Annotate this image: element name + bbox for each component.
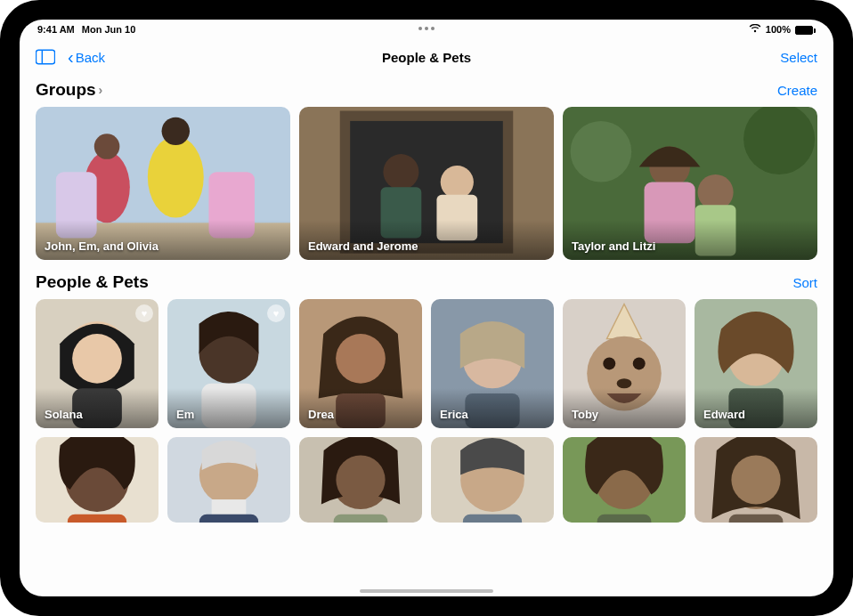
svg-rect-60 bbox=[463, 515, 522, 523]
screen: 9:41 AM Mon Jun 10 100% bbox=[20, 20, 833, 596]
sidebar-icon bbox=[36, 49, 55, 65]
people-grid-row1: ♥ Solana ♥ Em Drea bbox=[36, 299, 817, 428]
status-date: Mon Jun 10 bbox=[82, 24, 136, 35]
person-tile[interactable] bbox=[36, 437, 158, 523]
create-group-button[interactable]: Create bbox=[777, 83, 817, 98]
person-tile[interactable]: Drea bbox=[299, 299, 422, 428]
page-title: People & Pets bbox=[382, 50, 471, 65]
person-label: Edward bbox=[703, 408, 745, 421]
person-thumbnail bbox=[299, 437, 422, 523]
person-tile[interactable] bbox=[167, 437, 290, 523]
person-thumbnail bbox=[695, 437, 817, 523]
group-label: Edward and Jerome bbox=[308, 239, 418, 253]
person-thumbnail bbox=[36, 437, 158, 523]
svg-point-22 bbox=[698, 174, 734, 210]
sort-button[interactable]: Sort bbox=[792, 275, 817, 290]
people-section-header: People & Pets Sort bbox=[36, 272, 817, 292]
battery-icon bbox=[795, 24, 816, 35]
people-title: People & Pets bbox=[36, 272, 149, 292]
person-label: Em bbox=[176, 408, 194, 421]
chevron-left-icon: ‹ bbox=[68, 48, 74, 66]
chevron-right-icon: › bbox=[99, 83, 103, 97]
nav-bar: ‹ Back People & Pets Select bbox=[20, 39, 833, 75]
people-grid-row2 bbox=[36, 437, 817, 523]
svg-point-41 bbox=[603, 357, 615, 369]
wifi-icon bbox=[749, 24, 761, 35]
svg-point-42 bbox=[633, 357, 646, 369]
person-thumbnail bbox=[563, 437, 686, 523]
svg-point-18 bbox=[571, 121, 632, 182]
back-label: Back bbox=[76, 50, 105, 65]
groups-section-header: Groups › Create bbox=[36, 80, 817, 100]
person-tile[interactable]: ♥ Em bbox=[167, 299, 290, 428]
sidebar-toggle-button[interactable] bbox=[36, 49, 55, 65]
svg-point-6 bbox=[148, 136, 204, 218]
home-indicator[interactable] bbox=[360, 589, 493, 593]
battery-percent: 100% bbox=[766, 24, 791, 35]
person-tile[interactable] bbox=[695, 437, 817, 523]
svg-point-7 bbox=[162, 118, 190, 145]
person-tile[interactable] bbox=[563, 437, 686, 523]
group-label: Taylor and Litzi bbox=[572, 239, 655, 253]
people-title-label: People & Pets bbox=[36, 272, 149, 292]
svg-point-13 bbox=[383, 154, 418, 190]
multitask-dots-icon[interactable] bbox=[418, 27, 435, 30]
person-thumbnail bbox=[431, 437, 554, 523]
svg-point-26 bbox=[72, 334, 122, 384]
groups-row: John, Em, and Olivia Edward and Jerome bbox=[36, 107, 817, 260]
groups-title-button[interactable]: Groups › bbox=[36, 80, 102, 100]
person-label: Drea bbox=[308, 408, 334, 421]
svg-point-5 bbox=[94, 134, 120, 159]
person-thumbnail bbox=[167, 437, 290, 523]
svg-rect-67 bbox=[729, 515, 784, 523]
svg-rect-53 bbox=[199, 515, 258, 523]
person-tile[interactable]: Erica bbox=[431, 299, 554, 428]
group-tile[interactable]: John, Em, and Olivia bbox=[36, 107, 290, 260]
svg-point-15 bbox=[441, 166, 474, 199]
status-time: 9:41 AM bbox=[37, 24, 75, 35]
svg-rect-0 bbox=[36, 50, 54, 64]
svg-rect-63 bbox=[597, 515, 652, 523]
svg-point-33 bbox=[336, 334, 386, 384]
person-tile[interactable]: Toby bbox=[563, 299, 686, 428]
person-tile[interactable] bbox=[299, 437, 422, 523]
favorite-heart-icon: ♥ bbox=[267, 304, 285, 322]
groups-title-label: Groups bbox=[36, 80, 96, 100]
svg-point-43 bbox=[617, 378, 632, 388]
group-tile[interactable]: Edward and Jerome bbox=[299, 107, 554, 260]
person-tile[interactable]: Edward bbox=[695, 299, 817, 428]
person-label: Erica bbox=[440, 408, 468, 421]
select-button[interactable]: Select bbox=[780, 50, 817, 65]
back-button[interactable]: ‹ Back bbox=[68, 48, 105, 66]
svg-point-66 bbox=[731, 455, 780, 504]
svg-point-56 bbox=[336, 455, 385, 504]
group-label: John, Em, and Olivia bbox=[45, 239, 158, 253]
person-tile[interactable]: ♥ Solana bbox=[36, 299, 158, 428]
group-tile[interactable]: Taylor and Litzi bbox=[563, 107, 817, 260]
favorite-heart-icon: ♥ bbox=[135, 304, 153, 322]
person-label: Solana bbox=[45, 408, 83, 421]
svg-rect-49 bbox=[68, 515, 126, 523]
status-bar: 9:41 AM Mon Jun 10 100% bbox=[20, 20, 833, 39]
device-frame: 9:41 AM Mon Jun 10 100% bbox=[0, 0, 853, 616]
content-scroll[interactable]: Groups › Create bbox=[20, 75, 833, 596]
person-tile[interactable] bbox=[431, 437, 554, 523]
svg-rect-57 bbox=[334, 515, 388, 523]
person-label: Toby bbox=[572, 408, 598, 421]
